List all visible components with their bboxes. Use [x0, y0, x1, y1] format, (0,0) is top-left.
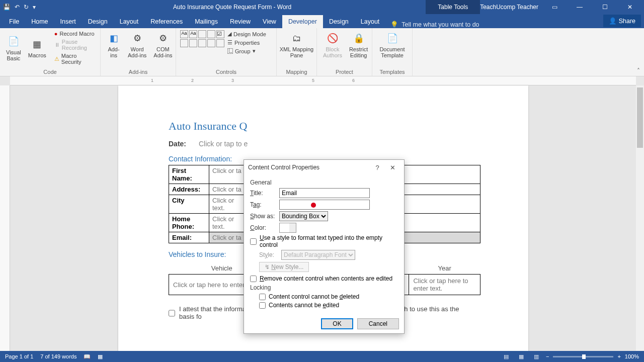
- tab-file[interactable]: File: [3, 15, 25, 28]
- use-style-checkbox[interactable]: [250, 238, 257, 245]
- tab-mailings[interactable]: Mailings: [189, 15, 224, 28]
- ribbon-display-icon[interactable]: ▭: [545, 4, 564, 11]
- group-addins: ◧Add- ins ⚙Word Add-ins ⚙COM Add-ins Add…: [101, 28, 176, 76]
- group-mapping: 🗂XML Mapping Pane Mapping: [277, 28, 317, 76]
- zoom-out-icon[interactable]: −: [546, 353, 549, 359]
- user-name: TeachUcomp Teacher: [480, 4, 538, 11]
- zoom-level[interactable]: 100%: [625, 353, 639, 359]
- quick-access-toolbar: 💾 ↶ ↻ ▾: [0, 4, 39, 11]
- print-layout-icon[interactable]: ▦: [516, 353, 527, 360]
- tab-references[interactable]: References: [144, 15, 189, 28]
- tab-table-design[interactable]: Design: [323, 15, 355, 28]
- checkbox-control-icon[interactable]: ☑: [216, 30, 224, 38]
- group-protect: 🚫Block Authors 🔒Restrict Editing Protect: [317, 28, 372, 76]
- combobox-control-icon[interactable]: [180, 39, 188, 47]
- legacy-tools-icon[interactable]: [216, 39, 224, 47]
- page-status[interactable]: Page 1 of 1: [5, 353, 33, 359]
- redo-icon[interactable]: ↻: [24, 4, 29, 11]
- word-count[interactable]: 7 of 149 words: [40, 353, 76, 359]
- cannot-edit-label: Contents cannot be edited: [269, 302, 339, 309]
- tab-table-layout[interactable]: Layout: [355, 15, 386, 28]
- repeating-control-icon[interactable]: [207, 39, 215, 47]
- lock-icon: 🔒: [352, 31, 366, 45]
- buildingblock-control-icon[interactable]: [207, 30, 215, 38]
- vb-icon: 📄: [7, 34, 21, 48]
- com-addins-button[interactable]: ⚙COM Add-ins: [151, 30, 174, 59]
- richtext-control-icon[interactable]: Aa: [180, 30, 188, 38]
- attest-checkbox[interactable]: [169, 306, 175, 320]
- addins-button[interactable]: ◧Add- ins: [105, 30, 123, 59]
- spellcheck-icon[interactable]: 📖: [84, 353, 91, 360]
- page-title: Auto Insurance Q: [169, 120, 478, 133]
- share-button[interactable]: 👤 Share: [603, 15, 641, 27]
- showas-select[interactable]: Bounding Box: [279, 211, 328, 221]
- xml-icon: 🗂: [290, 31, 304, 45]
- tab-developer[interactable]: Developer: [282, 15, 323, 28]
- macro-security-button[interactable]: ⚠Macro Security: [53, 52, 96, 65]
- title-input[interactable]: [279, 188, 370, 198]
- tab-insert[interactable]: Insert: [54, 15, 82, 28]
- color-picker[interactable]: [279, 223, 296, 233]
- tag-input[interactable]: [279, 200, 370, 210]
- style-label: Style:: [259, 251, 278, 258]
- ok-button[interactable]: OK: [321, 318, 353, 329]
- horizontal-ruler[interactable]: 12 35 6: [10, 76, 636, 85]
- tab-home[interactable]: Home: [25, 15, 54, 28]
- remove-control-checkbox[interactable]: [250, 276, 257, 282]
- vertical-scrollbar[interactable]: [636, 85, 644, 351]
- block-icon: 🚫: [326, 31, 340, 45]
- document-template-button[interactable]: 📄Document Template: [376, 30, 408, 59]
- cannot-edit-checkbox[interactable]: [259, 302, 266, 309]
- date-placeholder[interactable]: Click or tap to e: [199, 140, 248, 148]
- cannot-delete-label: Content control cannot be deleted: [269, 293, 359, 300]
- design-mode-button[interactable]: ◢Design Mode: [226, 30, 267, 38]
- date-label: Date:: [169, 140, 199, 148]
- read-mode-icon[interactable]: ▤: [501, 353, 512, 360]
- group-code: 📄Visual Basic ▦Macros ●Record Macro ⏸Pau…: [0, 28, 101, 76]
- web-layout-icon[interactable]: ▥: [531, 353, 542, 360]
- maximize-icon[interactable]: ☐: [596, 4, 614, 11]
- pause-recording-button: ⏸Pause Recording: [53, 38, 96, 51]
- zoom-in-icon[interactable]: +: [617, 353, 620, 359]
- dropdown-control-icon[interactable]: [189, 39, 197, 47]
- undo-icon[interactable]: ↶: [15, 4, 20, 11]
- save-icon[interactable]: 💾: [3, 4, 11, 11]
- tab-layout[interactable]: Layout: [114, 15, 145, 28]
- zoom-thumb[interactable]: [582, 354, 586, 359]
- lightbulb-icon: 💡: [390, 21, 398, 28]
- datepicker-control-icon[interactable]: [198, 39, 206, 47]
- tab-view[interactable]: View: [257, 15, 282, 28]
- xml-mapping-button[interactable]: 🗂XML Mapping Pane: [281, 30, 312, 59]
- properties-button[interactable]: ☰Properties: [226, 39, 267, 46]
- visual-basic-button[interactable]: 📄Visual Basic: [4, 33, 23, 62]
- help-button[interactable]: ?: [370, 164, 385, 171]
- record-macro-button[interactable]: ●Record Macro: [53, 30, 96, 37]
- scrollbar-thumb[interactable]: [637, 87, 643, 148]
- macros-icon: ▦: [30, 37, 44, 51]
- cancel-button[interactable]: Cancel: [357, 318, 399, 329]
- minimize-icon[interactable]: —: [571, 4, 589, 11]
- group-icon: ⿺: [227, 48, 233, 54]
- dialog-close-icon[interactable]: ✕: [385, 164, 400, 171]
- cannot-delete-checkbox[interactable]: [259, 294, 266, 300]
- qat-dropdown-icon[interactable]: ▾: [33, 4, 36, 11]
- tab-review[interactable]: Review: [224, 15, 257, 28]
- group-button[interactable]: ⿺Group▾: [226, 47, 267, 55]
- macros-button[interactable]: ▦Macros: [26, 36, 48, 59]
- word-addins-button[interactable]: ⚙Word Add-ins: [126, 30, 148, 59]
- tab-design[interactable]: Design: [82, 15, 114, 28]
- macro-indicator-icon[interactable]: ▦: [98, 353, 103, 360]
- close-icon[interactable]: ✕: [621, 4, 639, 11]
- zoom-slider[interactable]: [553, 356, 613, 357]
- table-tools-tab-context: Table Tools: [426, 0, 480, 14]
- plaintext-control-icon[interactable]: Aa: [189, 30, 197, 38]
- vertical-ruler[interactable]: [0, 85, 10, 351]
- share-icon: 👤: [609, 18, 617, 25]
- general-section-label: General: [250, 179, 398, 186]
- picture-control-icon[interactable]: [198, 30, 206, 38]
- new-style-button: ↯ New Style...: [259, 262, 309, 272]
- restrict-editing-button[interactable]: 🔒Restrict Editing: [347, 30, 370, 59]
- cursor-indicator-icon: [311, 203, 316, 208]
- tell-me[interactable]: 💡 Tell me what you want to do: [390, 21, 479, 28]
- collapse-ribbon-icon[interactable]: ˄: [637, 67, 640, 74]
